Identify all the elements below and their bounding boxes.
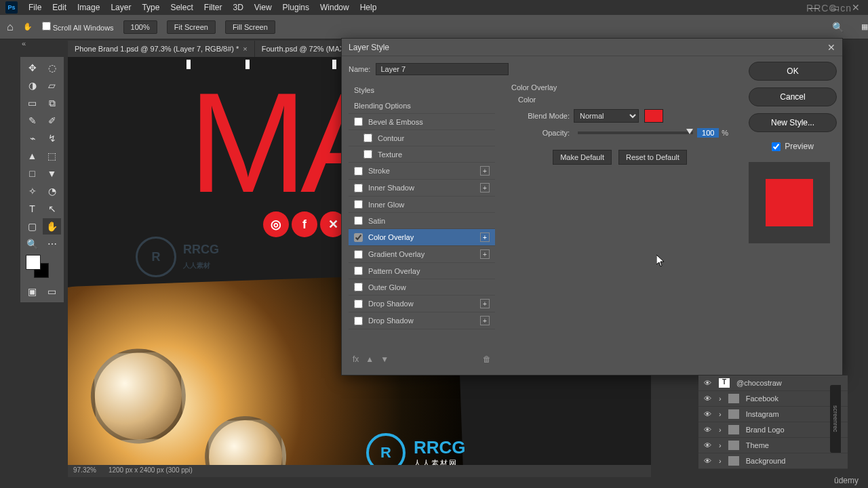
healing-tool[interactable]: ✐ (43, 113, 61, 129)
workspace-icon[interactable]: ▦ (861, 22, 868, 31)
style-color-overlay[interactable]: Color Overlay+ (349, 229, 495, 246)
status-zoom[interactable]: 97.32% (73, 466, 96, 476)
menu-help[interactable]: Help (360, 3, 377, 12)
layer-row[interactable]: 👁›Brand Logo (698, 422, 848, 438)
pen-tool[interactable]: ◔ (43, 183, 61, 199)
add-effect-icon[interactable]: + (480, 166, 490, 176)
opacity-input[interactable] (697, 128, 719, 138)
move-up-icon[interactable]: ▲ (366, 354, 374, 364)
window-close-icon[interactable]: ✕ (852, 2, 860, 13)
menu-edit[interactable]: Edit (52, 3, 66, 12)
menu-3d[interactable]: 3D (233, 3, 243, 12)
menu-view[interactable]: View (254, 3, 272, 12)
doc-tab-active[interactable]: Phone Brand 1.psd @ 97.3% (Layer 7, RGB/… (68, 41, 255, 57)
lasso-tool[interactable]: ◑ (23, 77, 41, 94)
opacity-slider[interactable] (578, 131, 693, 134)
rectangle-tool[interactable]: ▢ (23, 218, 41, 235)
close-tab-icon[interactable]: × (243, 45, 247, 53)
zoom-value[interactable]: 100% (123, 20, 157, 34)
layer-row[interactable]: 👁T@chocostraw (698, 375, 848, 391)
style-outer-glow[interactable]: Outer Glow (349, 279, 495, 296)
menu-select[interactable]: Select (170, 3, 193, 12)
visibility-icon[interactable]: 👁 (703, 426, 712, 434)
style-satin[interactable]: Satin (349, 213, 495, 229)
move-down-icon[interactable]: ▼ (380, 354, 389, 364)
visibility-icon[interactable]: 👁 (703, 379, 712, 387)
transform-handle[interactable] (186, 60, 191, 69)
history-brush-tool[interactable]: ▲ (23, 148, 41, 164)
delete-effect-icon[interactable]: 🗑 (483, 354, 491, 364)
add-effect-icon[interactable]: + (480, 299, 490, 308)
dialog-titlebar[interactable]: Layer Style ✕ (342, 39, 842, 56)
add-effect-icon[interactable]: + (480, 183, 490, 192)
hand-tool-icon[interactable]: ✋ (23, 22, 33, 31)
ok-button[interactable]: OK (749, 62, 837, 81)
dialog-close-icon[interactable]: ✕ (827, 42, 835, 53)
eraser-tool[interactable]: ⬚ (43, 148, 61, 164)
overlay-color-swatch[interactable] (644, 109, 663, 123)
move-tool[interactable]: ✥ (23, 60, 41, 76)
fit-screen-button[interactable]: Fit Screen (167, 20, 216, 34)
style-blending-options[interactable]: Blending Options (349, 98, 495, 114)
menu-layer[interactable]: Layer (111, 3, 131, 12)
style-bevel-emboss[interactable]: Bevel & Emboss (349, 114, 495, 130)
home-icon[interactable]: ⌂ (7, 21, 14, 33)
layer-row[interactable]: 👁›Theme (698, 438, 848, 453)
styles-header[interactable]: Styles (349, 82, 495, 98)
layer-row[interactable]: 👁›Facebook (698, 391, 848, 407)
expand-panels-icon[interactable]: « (22, 39, 26, 47)
chevron-right-icon[interactable]: › (719, 426, 722, 434)
gradient-tool[interactable]: □ (23, 165, 41, 182)
style-drop-shadow[interactable]: Drop Shadow+ (349, 296, 495, 312)
search-icon[interactable]: 🔍 (832, 22, 844, 33)
chevron-right-icon[interactable]: › (719, 394, 722, 403)
color-swatches[interactable] (23, 253, 61, 282)
brush-tool[interactable]: ⌁ (23, 130, 41, 146)
dodge-tool[interactable]: ✧ (23, 183, 41, 199)
menu-file[interactable]: File (28, 3, 41, 12)
screen-mode-icon[interactable]: ▭ (43, 283, 61, 300)
new-style-button[interactable]: New Style... (749, 113, 837, 132)
transform-handle[interactable] (245, 60, 250, 69)
type-tool[interactable]: T (23, 201, 41, 217)
visibility-icon[interactable]: 👁 (703, 457, 712, 465)
layer-row[interactable]: 👁›Instagram (698, 407, 848, 422)
blend-mode-select[interactable]: Normal (574, 109, 639, 123)
style-gradient-overlay[interactable]: Gradient Overlay+ (349, 246, 495, 263)
reset-default-button[interactable]: Reset to Default (618, 150, 687, 165)
menu-filter[interactable]: Filter (204, 3, 222, 12)
cancel-button[interactable]: Cancel (749, 87, 837, 106)
add-effect-icon[interactable]: + (480, 232, 490, 242)
eyedropper-tool[interactable]: ✎ (23, 113, 41, 129)
menu-window[interactable]: Window (320, 3, 349, 12)
style-contour[interactable]: Contour (349, 130, 495, 146)
fill-screen-button[interactable]: Fill Screen (225, 20, 275, 34)
transform-handle[interactable] (332, 60, 336, 69)
menu-plugins[interactable]: Plugins (283, 3, 309, 12)
crop-tool[interactable]: ▭ (23, 95, 41, 111)
menu-type[interactable]: Type (142, 3, 159, 12)
frame-tool[interactable]: ⧉ (43, 95, 61, 111)
add-effect-icon[interactable]: + (480, 316, 490, 325)
add-effect-icon[interactable]: + (480, 249, 490, 259)
quick-mask-icon[interactable]: ▣ (23, 283, 41, 300)
chevron-right-icon[interactable]: › (719, 410, 722, 418)
scroll-all-checkbox[interactable]: Scroll All Windows (42, 22, 114, 32)
layer-row[interactable]: 👁›Background (698, 453, 848, 469)
style-texture[interactable]: Texture (349, 146, 495, 163)
slider-thumb-icon[interactable] (686, 129, 693, 134)
chevron-right-icon[interactable]: › (719, 441, 722, 449)
make-default-button[interactable]: Make Default (553, 150, 612, 165)
layer-name-input[interactable] (376, 63, 509, 75)
blur-tool[interactable]: ▼ (43, 165, 61, 182)
visibility-icon[interactable]: 👁 (703, 410, 712, 418)
fx-menu-icon[interactable]: fx (353, 354, 359, 364)
quick-select-tool[interactable]: ▱ (43, 77, 61, 94)
path-select-tool[interactable]: ↖ (43, 201, 61, 217)
style-inner-shadow[interactable]: Inner Shadow+ (349, 180, 495, 197)
style-inner-glow[interactable]: Inner Glow (349, 197, 495, 213)
more-tools[interactable]: ⋯ (43, 236, 61, 252)
marquee-tool[interactable]: ◌ (43, 60, 61, 76)
foreground-color-swatch[interactable] (26, 255, 41, 270)
chevron-right-icon[interactable]: › (719, 457, 722, 465)
